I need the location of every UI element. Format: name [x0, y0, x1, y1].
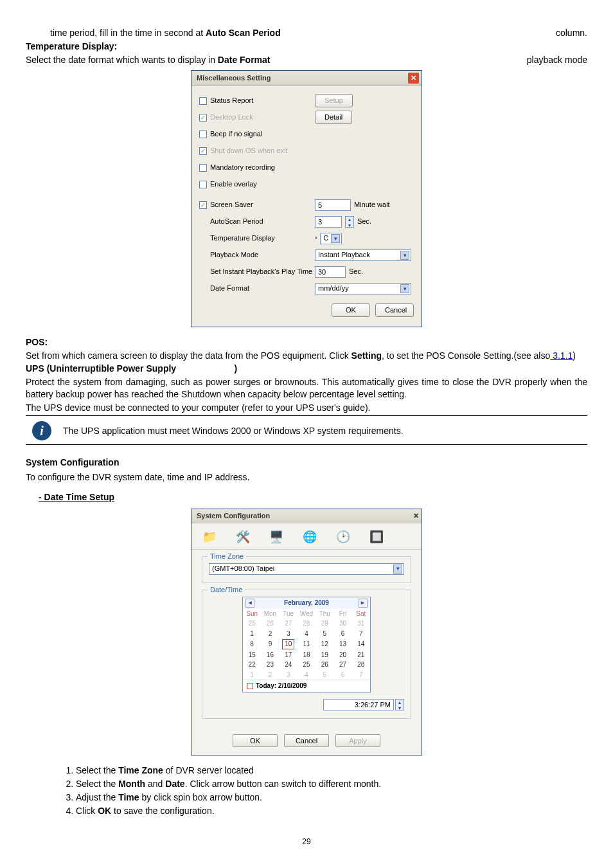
chevron-down-icon: ▾ [400, 251, 409, 260]
cal-day[interactable]: 9 [261, 638, 279, 650]
checkbox[interactable]: ✓ [199, 114, 207, 122]
temp-select[interactable]: C▾ [320, 233, 342, 244]
mandatory-label: Mandatory recording [210, 163, 275, 172]
minute-wait-label: Minute wait [354, 200, 390, 210]
dow: Thu [315, 609, 333, 619]
setup-button[interactable]: Setup [315, 94, 353, 107]
step-4: Click OK to save the configuration. [76, 805, 587, 817]
cal-day[interactable]: 20 [333, 650, 351, 660]
cal-day[interactable]: 14 [352, 638, 370, 650]
cal-day[interactable]: 11 [298, 638, 315, 650]
text: and [145, 779, 165, 789]
cal-day[interactable]: 13 [333, 638, 351, 650]
cal-day[interactable]: 24 [280, 660, 298, 670]
instant-input[interactable] [315, 266, 346, 278]
cal-day[interactable]: 27 [280, 619, 298, 629]
text: , to set the POS Console Setting.(see al… [382, 350, 550, 361]
tab-tool-icon[interactable]: 🛠️ [234, 529, 252, 547]
cal-day[interactable]: 6 [333, 629, 351, 639]
cal-day[interactable]: 12 [315, 638, 333, 650]
cal-day[interactable]: 2 [261, 629, 279, 639]
dow: Tue [280, 609, 298, 619]
overlay-label: Enable overlay [210, 179, 257, 189]
ok-button[interactable]: OK [233, 734, 278, 748]
prev-month-button[interactable]: ◂ [245, 599, 254, 608]
cal-day[interactable]: 1 [243, 629, 261, 639]
cal-day[interactable]: 5 [315, 629, 333, 639]
screensaver-input[interactable] [315, 199, 351, 211]
autoscan-label: AutoScan Period [210, 217, 263, 226]
cal-day-selected[interactable]: 10 [280, 638, 298, 650]
cal-day[interactable]: 16 [261, 650, 279, 660]
cal-day[interactable]: 26 [315, 660, 333, 670]
dateformat-select[interactable]: mm/dd/yy▾ [315, 283, 411, 294]
ups-body: Protect the system from damaging, such a… [26, 376, 587, 401]
cal-day[interactable]: 25 [243, 619, 261, 629]
cal-day[interactable]: 31 [352, 619, 370, 629]
system-intro: To configure the DVR system date, time a… [26, 471, 587, 484]
playbackmode-select[interactable]: Instant Playback▾ [315, 249, 411, 261]
tab-clock-icon[interactable]: 🕑 [334, 529, 352, 547]
divider [26, 415, 587, 416]
cal-day[interactable]: 29 [315, 619, 333, 629]
cal-day[interactable]: 21 [352, 650, 370, 660]
autoscan-input[interactable] [315, 216, 342, 228]
detail-button[interactable]: Detail [315, 111, 352, 124]
close-icon[interactable]: ✕ [408, 73, 419, 84]
bold: Date [165, 779, 184, 789]
cal-day[interactable]: 3 [280, 629, 298, 639]
cal-day[interactable]: 18 [298, 650, 315, 660]
cal-day[interactable]: 28 [352, 660, 370, 670]
checkbox[interactable]: ✓ [199, 147, 207, 155]
cal-day[interactable]: 3 [280, 670, 298, 680]
next-month-button[interactable]: ▸ [359, 599, 368, 608]
close-icon[interactable]: ✕ [413, 511, 419, 521]
today-row[interactable]: Today: 2/10/2009 [243, 680, 370, 692]
cal-day[interactable]: 1 [243, 670, 261, 680]
cal-day[interactable]: 7 [352, 670, 370, 680]
checkbox[interactable] [199, 131, 207, 138]
tab-display-icon[interactable]: 🖥️ [267, 529, 285, 547]
cal-day[interactable]: 8 [243, 638, 261, 650]
cal-day[interactable]: 28 [298, 619, 315, 629]
cal-day[interactable]: 30 [333, 619, 351, 629]
time-spinner[interactable]: ▲▼ [395, 699, 404, 710]
checkbox[interactable] [199, 181, 207, 188]
bold: Month [118, 779, 145, 789]
cal-day[interactable]: 7 [352, 629, 370, 639]
cal-day[interactable]: 19 [315, 650, 333, 660]
cal-day[interactable]: 22 [243, 660, 261, 670]
ok-button[interactable]: OK [332, 303, 370, 317]
tab-folder-icon[interactable]: 📁 [200, 529, 218, 547]
step-2: Select the Month and Date. Click arrow b… [76, 778, 587, 790]
time-input[interactable] [323, 699, 394, 710]
cal-day[interactable]: 2 [261, 670, 279, 680]
tab-globe-icon[interactable]: 🌐 [301, 529, 319, 547]
cancel-button[interactable]: Cancel [284, 734, 329, 748]
link-3-1-1[interactable]: 3.1.1 [550, 350, 573, 361]
playback-value: Instant Playback [318, 250, 370, 260]
tab-chip-icon[interactable]: 🔲 [368, 529, 386, 547]
autoscan-spinner[interactable]: ▲▼ [345, 216, 354, 228]
cal-day[interactable]: 25 [298, 660, 315, 670]
dow: Wed [298, 609, 315, 619]
cancel-button[interactable]: Cancel [375, 303, 414, 317]
cal-day[interactable]: 4 [298, 629, 315, 639]
pos-paragraph: Set from which camera screen to display … [26, 350, 587, 362]
text: Set from which camera screen to display … [26, 350, 351, 361]
cal-day[interactable]: 17 [280, 650, 298, 660]
checkbox[interactable]: ✓ [199, 201, 207, 209]
cal-day[interactable]: 6 [333, 670, 351, 680]
timezone-select[interactable]: (GMT+08:00) Taipei ▾ [209, 563, 404, 575]
cal-day[interactable]: 5 [315, 670, 333, 680]
cal-day[interactable]: 15 [243, 650, 261, 660]
checkbox[interactable] [199, 97, 207, 105]
checkbox[interactable] [199, 164, 207, 172]
calendar[interactable]: ◂ February, 2009 ▸ Sun Mon Tue Wed Thu F… [242, 597, 371, 692]
cal-day[interactable]: 27 [333, 660, 351, 670]
cal-day[interactable]: 26 [261, 619, 279, 629]
text: of DVR server located [163, 765, 254, 775]
cal-day[interactable]: 23 [261, 660, 279, 670]
apply-button[interactable]: Apply [335, 734, 380, 748]
cal-day[interactable]: 4 [298, 670, 315, 680]
